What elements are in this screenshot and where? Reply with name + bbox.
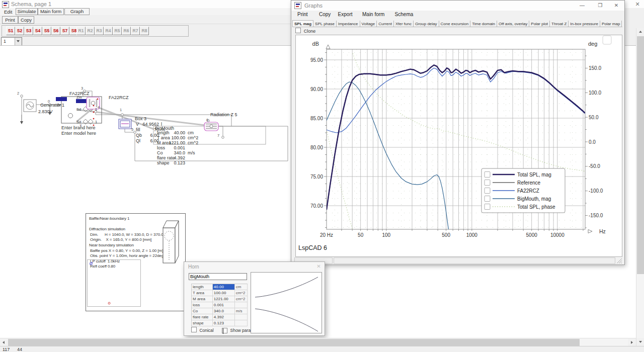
legend-checkbox-fa22rcz[interactable] [485, 188, 490, 194]
legend-checkbox-total-spl-phase[interactable] [485, 204, 490, 210]
legend-checkbox-total-spl-mag[interactable] [485, 172, 490, 178]
horn-profile-curves [251, 273, 321, 333]
tab-spl-mag[interactable]: SPL mag [292, 20, 313, 27]
result-button-r5[interactable]: R5 [113, 27, 122, 35]
legend-label-reference: Reference [517, 180, 541, 186]
svg-text:4.392: 4.392 [174, 155, 185, 160]
page-selector[interactable]: 1 [1, 37, 22, 46]
vertical-scrollbar-thumb[interactable] [637, 36, 644, 274]
menu-tab-graph[interactable]: Graph [64, 8, 90, 15]
tab-time-domain[interactable]: Time domain [470, 21, 497, 27]
menu-tab-main-form[interactable]: Main form [38, 8, 64, 15]
close-button[interactable]: ✕ [609, 2, 623, 10]
close-icon[interactable]: ✕ [315, 263, 323, 270]
legend-checkbox-bigmouth-mag[interactable] [485, 196, 490, 202]
result-button-r7[interactable]: R7 [131, 27, 140, 35]
tab-group-delay[interactable]: Group delay [414, 21, 439, 27]
scroll-down-arrow[interactable] [636, 338, 644, 346]
resize-grip[interactable] [616, 258, 622, 263]
horn-param-value[interactable]: 40.00 [213, 284, 235, 290]
minimize-button[interactable]: — [575, 2, 589, 10]
tab-voltage[interactable]: Voltage [360, 21, 377, 27]
horn-param-value[interactable]: 4.392 [213, 314, 235, 320]
spl-magnitude-chart[interactable]: 95.0090.0085.0080.0075.0070.00150.0100.0… [295, 35, 621, 256]
result-button-r6[interactable]: R6 [122, 27, 131, 35]
horn-param-value[interactable]: 1221.00 [213, 296, 235, 302]
simulate-button-s1[interactable]: S1 [6, 27, 15, 35]
legend-label-bigmouth-mag: BigMouth, mag [517, 196, 551, 202]
app-icon [294, 2, 301, 9]
maximize-button[interactable]: ❒ [593, 2, 607, 10]
scroll-right-arrow[interactable] [628, 338, 636, 346]
tab-throat-z[interactable]: Throat Z [550, 21, 569, 27]
result-button-r4[interactable]: R4 [104, 27, 113, 35]
result-button-r2[interactable]: R2 [86, 27, 95, 35]
scroll-left-arrow[interactable] [0, 338, 8, 346]
svg-text:5: 5 [131, 127, 133, 132]
simulate-button-s6[interactable]: S6 [51, 27, 60, 35]
clone-checkbox[interactable] [295, 28, 301, 33]
svg-text:m/s: m/s [188, 150, 195, 155]
tab-polar-map[interactable]: Polar map [600, 21, 622, 27]
simulate-button-s5[interactable]: S5 [42, 27, 51, 35]
tab-polar-plot[interactable]: Polar plot [529, 21, 550, 27]
result-button-r1[interactable]: R1 [76, 27, 86, 35]
horizontal-scrollbar-thumb[interactable] [8, 339, 580, 346]
horn-param-value[interactable]: 100.00 [213, 290, 235, 296]
svg-text:340.0: 340.0 [174, 150, 185, 155]
tab-in-box-pressure[interactable]: In-box pressure [569, 21, 600, 27]
conical-checkbox[interactable] [191, 327, 197, 332]
horn-param-value[interactable]: 0.123 [213, 320, 235, 326]
tab-off-axis-overlay[interactable]: Off axis, overlay [497, 21, 529, 27]
graphs-menu-copy[interactable]: Copy [319, 12, 331, 17]
tab-impedance[interactable]: Impedance [337, 21, 360, 27]
svg-text:T: T [79, 124, 82, 128]
horn-param-value[interactable]: 340.0 [213, 308, 235, 314]
simulate-button-s4[interactable]: S4 [33, 27, 42, 35]
menu-edit[interactable]: Edit [4, 9, 12, 15]
tab-current[interactable]: Current [377, 21, 394, 27]
graphs-menu-main-form[interactable]: Main form [362, 12, 384, 17]
horn-param-label: length [192, 284, 213, 290]
tab-xfer-func[interactable]: Xfer func [394, 21, 414, 27]
result-button-r8[interactable]: R8 [140, 27, 149, 35]
cursor-x-coordinate: 117 [3, 347, 10, 352]
svg-text:fill: fill [136, 127, 140, 132]
svg-text:80.00: 80.00 [310, 145, 323, 150]
svg-text:Ql: Ql [136, 138, 140, 143]
svg-text:Qb: Qb [136, 133, 142, 138]
horn-row-m-area: M area1221.00cm^2 [192, 296, 248, 302]
menu-tab-simulate[interactable]: Simulate [16, 8, 38, 15]
simulate-button-s3[interactable]: S3 [24, 27, 33, 35]
horn-param-value[interactable]: 0.001 [213, 302, 235, 308]
legend-checkbox-reference[interactable] [485, 180, 490, 186]
horn-name-input[interactable] [189, 273, 247, 280]
show-parameters-checkbox[interactable] [222, 328, 227, 333]
horizontal-scrollbar[interactable] [0, 338, 636, 346]
baffle-near-boundary-box[interactable]: Baffle/Near-boundary 1 Diffraction simul… [86, 213, 186, 311]
graphs-menu-export[interactable]: Export [338, 12, 353, 17]
main-close-button[interactable]: ✕ [633, 1, 642, 8]
tab-spl-phase[interactable]: SPL phase [313, 21, 337, 27]
graphs-menu-schema[interactable]: Schema [395, 12, 414, 17]
graphs-menu-print[interactable]: Print [297, 12, 308, 17]
page-selector-dropdown[interactable] [15, 38, 22, 45]
svg-text:1: 1 [120, 108, 122, 112]
print-button[interactable]: Print [2, 16, 18, 24]
tab-cone-excursion[interactable]: Cone excursion [439, 21, 471, 27]
horn-dialog: Horn ✕ length40.00cmT area100.00cm^2M ar… [184, 261, 325, 336]
simulate-button-s7[interactable]: S7 [60, 27, 69, 35]
svg-text:95.00: 95.00 [310, 57, 323, 63]
vertical-scrollbar[interactable] [636, 28, 644, 346]
scroll-up-arrow[interactable] [636, 28, 644, 36]
graphs-window: Graphs — ❒ ✕ PrintCopyExportMain formSch… [291, 0, 625, 265]
result-button-r3[interactable]: R3 [95, 27, 104, 35]
svg-text:cm^2: cm^2 [188, 135, 198, 140]
svg-text:10000: 10000 [550, 232, 565, 238]
graphs-titlebar[interactable]: Graphs — ❒ ✕ [291, 1, 624, 11]
svg-text:length: length [157, 130, 170, 135]
simulate-button-s2[interactable]: S2 [15, 27, 24, 35]
horn-row-t-area: T area100.00cm^2 [192, 290, 248, 296]
copy-button[interactable]: Copy [18, 16, 34, 24]
horn-param-label: shape [192, 320, 213, 326]
